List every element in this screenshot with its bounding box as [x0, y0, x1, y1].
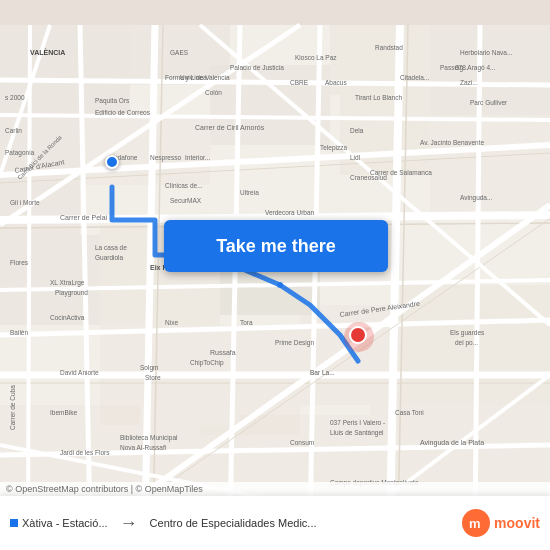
- svg-text:Nespresso: Nespresso: [150, 154, 181, 162]
- destination-text: Centro de Especialidades Medic...: [150, 517, 317, 529]
- map-background: Carrer d'Alacant Carrer de Pelai Carrer …: [0, 0, 550, 550]
- svg-text:Kiosco La Paz: Kiosco La Paz: [295, 54, 337, 61]
- svg-text:Av. Jacinto Benavente: Av. Jacinto Benavente: [420, 139, 484, 146]
- moovit-logo: m moovit: [462, 509, 540, 537]
- svg-text:Nixe: Nixe: [165, 319, 178, 326]
- route-info: Xàtiva - Estació... → Centro de Especial…: [10, 513, 462, 534]
- svg-text:Abacus: Abacus: [325, 79, 347, 86]
- svg-text:Carlin: Carlin: [5, 127, 22, 134]
- svg-text:David Aniorte: David Aniorte: [60, 369, 99, 376]
- svg-text:Univ. de Valencia: Univ. de Valencia: [180, 74, 230, 81]
- svg-text:Colón: Colón: [205, 89, 222, 96]
- svg-text:Randstad: Randstad: [375, 44, 403, 51]
- svg-text:Herbolario Nava...: Herbolario Nava...: [460, 49, 513, 56]
- svg-text:La casa de: La casa de: [95, 244, 127, 251]
- svg-text:Gil i Morte: Gil i Morte: [10, 199, 40, 206]
- svg-text:Lluis de Santàngel: Lluis de Santàngel: [330, 429, 384, 437]
- svg-text:Bar La...: Bar La...: [310, 369, 335, 376]
- svg-text:Avinguda...: Avinguda...: [460, 194, 493, 202]
- svg-text:Store: Store: [145, 374, 161, 381]
- svg-text:VALÈNCIA: VALÈNCIA: [30, 48, 65, 56]
- svg-text:037 Peris I Valero -: 037 Peris I Valero -: [330, 419, 385, 426]
- svg-text:IbemBike: IbemBike: [50, 409, 77, 416]
- svg-text:Zazi...: Zazi...: [460, 79, 478, 86]
- svg-text:Telepizza: Telepizza: [320, 144, 347, 152]
- svg-text:Avinguda de la Plata: Avinguda de la Plata: [420, 439, 484, 447]
- svg-text:Clínicas de...: Clínicas de...: [165, 182, 203, 189]
- svg-text:Prime Design: Prime Design: [275, 339, 314, 347]
- svg-text:GAES: GAES: [170, 49, 189, 56]
- svg-text:CocinActiva: CocinActiva: [50, 314, 85, 321]
- bottom-bar: Xàtiva - Estació... → Centro de Especial…: [0, 496, 550, 550]
- svg-text:Craneosalud: Craneosalud: [350, 174, 387, 181]
- svg-text:Parc Gulliver: Parc Gulliver: [470, 99, 508, 106]
- origin-text: Xàtiva - Estació...: [22, 517, 108, 529]
- svg-text:Citadela...: Citadela...: [400, 74, 429, 81]
- svg-text:Carrer de Cuba: Carrer de Cuba: [9, 385, 16, 430]
- svg-text:Consum: Consum: [290, 439, 314, 446]
- svg-text:Interior...: Interior...: [185, 154, 210, 161]
- svg-text:Bailén: Bailén: [10, 329, 28, 336]
- svg-text:Patagonia: Patagonia: [5, 149, 35, 157]
- svg-text:Playground: Playground: [55, 289, 88, 297]
- svg-text:Paquita Ors: Paquita Ors: [95, 97, 130, 105]
- start-marker: [105, 155, 119, 169]
- svg-text:Dela: Dela: [350, 127, 364, 134]
- svg-text:Casa Toni: Casa Toni: [395, 409, 424, 416]
- svg-text:m: m: [469, 516, 481, 531]
- svg-text:Nova Al-Russafi: Nova Al-Russafi: [120, 444, 166, 451]
- svg-text:Verdecora Urban: Verdecora Urban: [265, 209, 315, 216]
- map-container: Carrer d'Alacant Carrer de Pelai Carrer …: [0, 0, 550, 550]
- svg-text:Jardi de les Flors: Jardi de les Flors: [60, 449, 110, 456]
- svg-text:CBRE: CBRE: [290, 79, 309, 86]
- svg-text:Carrer de Ciril Amorós: Carrer de Ciril Amorós: [195, 124, 265, 131]
- moovit-brand-text: moovit: [494, 515, 540, 531]
- svg-text:Lidl: Lidl: [350, 154, 361, 161]
- svg-text:del po...: del po...: [455, 339, 478, 347]
- svg-text:s 2000: s 2000: [5, 94, 25, 101]
- svg-text:Els guardes: Els guardes: [450, 329, 485, 337]
- svg-text:Tora: Tora: [240, 319, 253, 326]
- svg-text:Tirant Lo Blanch: Tirant Lo Blanch: [355, 94, 402, 101]
- destination-marker: [348, 326, 368, 346]
- svg-text:ChipToChip: ChipToChip: [190, 359, 224, 367]
- svg-text:Guardiola: Guardiola: [95, 254, 124, 261]
- svg-rect-8: [340, 95, 430, 175]
- route-arrow: →: [120, 513, 138, 534]
- svg-text:078 Aragó 4...: 078 Aragó 4...: [455, 64, 496, 72]
- moovit-icon: m: [462, 509, 490, 537]
- svg-text:Biblioteca Municipal: Biblioteca Municipal: [120, 434, 178, 442]
- svg-text:XL XtraLrge: XL XtraLrge: [50, 279, 85, 287]
- take-me-there-button[interactable]: Take me there: [164, 220, 388, 272]
- svg-text:Carrer de Pelai: Carrer de Pelai: [60, 214, 108, 221]
- map-attribution: © OpenStreetMap contributors | © OpenMap…: [0, 482, 550, 496]
- svg-text:Solgm: Solgm: [140, 364, 158, 372]
- svg-text:Edificio de Correos: Edificio de Correos: [95, 109, 151, 116]
- svg-text:SecurMAX: SecurMAX: [170, 197, 202, 204]
- svg-text:Flores: Flores: [10, 259, 29, 266]
- svg-text:Russafa: Russafa: [210, 349, 236, 356]
- svg-text:Palacio de Justicia: Palacio de Justicia: [230, 64, 284, 71]
- svg-text:Ultreia: Ultreia: [240, 189, 259, 196]
